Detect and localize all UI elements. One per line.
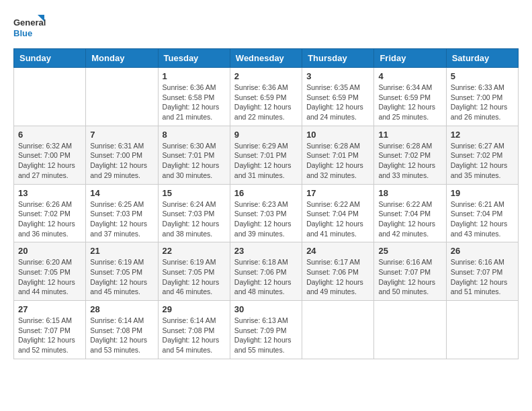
calendar-week-row: 6Sunrise: 6:32 AM Sunset: 7:00 PM Daylig…: [14, 126, 519, 184]
day-number: 19: [451, 188, 514, 198]
calendar-cell: 5Sunrise: 6:33 AM Sunset: 7:00 PM Daylig…: [446, 68, 518, 126]
day-number: 4: [378, 71, 441, 81]
day-number: 18: [378, 188, 441, 198]
weekday-header: Thursday: [302, 49, 374, 68]
day-number: 29: [163, 304, 226, 314]
calendar-week-row: 1Sunrise: 6:36 AM Sunset: 6:58 PM Daylig…: [14, 68, 519, 126]
day-info: Sunrise: 6:21 AM Sunset: 7:04 PM Dayligh…: [451, 199, 514, 239]
calendar-week-row: 13Sunrise: 6:26 AM Sunset: 7:02 PM Dayli…: [14, 184, 519, 242]
day-number: 3: [306, 71, 369, 81]
day-info: Sunrise: 6:22 AM Sunset: 7:04 PM Dayligh…: [378, 199, 441, 239]
day-info: Sunrise: 6:34 AM Sunset: 6:59 PM Dayligh…: [378, 83, 441, 122]
day-number: 28: [90, 304, 153, 314]
day-number: 11: [378, 130, 441, 140]
day-info: Sunrise: 6:20 AM Sunset: 7:05 PM Dayligh…: [18, 257, 81, 297]
day-info: Sunrise: 6:28 AM Sunset: 7:02 PM Dayligh…: [378, 141, 441, 181]
calendar-cell: 3Sunrise: 6:35 AM Sunset: 6:59 PM Daylig…: [302, 68, 374, 126]
calendar-cell: [302, 301, 374, 359]
calendar-cell: 11Sunrise: 6:28 AM Sunset: 7:02 PM Dayli…: [374, 126, 446, 184]
calendar-cell: 2Sunrise: 6:36 AM Sunset: 6:59 PM Daylig…: [230, 68, 302, 126]
calendar-cell: 21Sunrise: 6:19 AM Sunset: 7:05 PM Dayli…: [86, 242, 158, 301]
calendar-cell: 13Sunrise: 6:26 AM Sunset: 7:02 PM Dayli…: [14, 184, 86, 242]
weekday-header-row: SundayMondayTuesdayWednesdayThursdayFrid…: [14, 49, 519, 68]
day-number: 8: [163, 130, 226, 140]
day-info: Sunrise: 6:29 AM Sunset: 7:01 PM Dayligh…: [234, 141, 298, 181]
calendar-cell: 6Sunrise: 6:32 AM Sunset: 7:00 PM Daylig…: [14, 126, 86, 184]
day-info: Sunrise: 6:36 AM Sunset: 6:59 PM Dayligh…: [234, 83, 298, 122]
day-number: 5: [451, 71, 514, 81]
day-number: 2: [234, 71, 298, 81]
svg-text:Blue: Blue: [13, 28, 32, 38]
calendar-cell: 16Sunrise: 6:23 AM Sunset: 7:03 PM Dayli…: [230, 184, 302, 242]
day-info: Sunrise: 6:16 AM Sunset: 7:07 PM Dayligh…: [378, 257, 441, 297]
day-number: 7: [90, 130, 153, 140]
day-info: Sunrise: 6:15 AM Sunset: 7:07 PM Dayligh…: [18, 316, 81, 355]
calendar-cell: 18Sunrise: 6:22 AM Sunset: 7:04 PM Dayli…: [374, 184, 446, 242]
calendar-cell: 27Sunrise: 6:15 AM Sunset: 7:07 PM Dayli…: [14, 301, 86, 359]
calendar-cell: 25Sunrise: 6:16 AM Sunset: 7:07 PM Dayli…: [374, 242, 446, 301]
calendar-cell: [446, 301, 518, 359]
day-info: Sunrise: 6:14 AM Sunset: 7:08 PM Dayligh…: [90, 316, 153, 355]
day-info: Sunrise: 6:36 AM Sunset: 6:58 PM Dayligh…: [163, 83, 226, 122]
weekday-header: Tuesday: [158, 49, 230, 68]
day-info: Sunrise: 6:30 AM Sunset: 7:01 PM Dayligh…: [163, 141, 226, 181]
calendar-cell: 28Sunrise: 6:14 AM Sunset: 7:08 PM Dayli…: [86, 301, 158, 359]
day-number: 26: [451, 246, 514, 256]
calendar-week-row: 27Sunrise: 6:15 AM Sunset: 7:07 PM Dayli…: [14, 301, 519, 359]
day-info: Sunrise: 6:28 AM Sunset: 7:01 PM Dayligh…: [306, 141, 369, 181]
day-info: Sunrise: 6:24 AM Sunset: 7:03 PM Dayligh…: [163, 199, 226, 239]
day-number: 13: [18, 188, 81, 198]
calendar-cell: 29Sunrise: 6:14 AM Sunset: 7:08 PM Dayli…: [158, 301, 230, 359]
day-number: 6: [18, 130, 81, 140]
day-number: 20: [18, 246, 81, 256]
day-info: Sunrise: 6:31 AM Sunset: 7:00 PM Dayligh…: [90, 141, 153, 181]
day-info: Sunrise: 6:23 AM Sunset: 7:03 PM Dayligh…: [234, 199, 298, 239]
day-info: Sunrise: 6:19 AM Sunset: 7:05 PM Dayligh…: [163, 257, 226, 297]
calendar-cell: 12Sunrise: 6:27 AM Sunset: 7:02 PM Dayli…: [446, 126, 518, 184]
calendar-cell: 22Sunrise: 6:19 AM Sunset: 7:05 PM Dayli…: [158, 242, 230, 301]
calendar-cell: 10Sunrise: 6:28 AM Sunset: 7:01 PM Dayli…: [302, 126, 374, 184]
calendar-cell: 15Sunrise: 6:24 AM Sunset: 7:03 PM Dayli…: [158, 184, 230, 242]
calendar-cell: 20Sunrise: 6:20 AM Sunset: 7:05 PM Dayli…: [14, 242, 86, 301]
day-info: Sunrise: 6:25 AM Sunset: 7:03 PM Dayligh…: [90, 199, 153, 239]
calendar-cell: 8Sunrise: 6:30 AM Sunset: 7:01 PM Daylig…: [158, 126, 230, 184]
day-number: 25: [378, 246, 441, 256]
day-number: 27: [18, 304, 81, 314]
day-info: Sunrise: 6:22 AM Sunset: 7:04 PM Dayligh…: [306, 199, 369, 239]
day-info: Sunrise: 6:13 AM Sunset: 7:09 PM Dayligh…: [234, 316, 298, 355]
day-info: Sunrise: 6:14 AM Sunset: 7:08 PM Dayligh…: [163, 316, 226, 355]
calendar-cell: 14Sunrise: 6:25 AM Sunset: 7:03 PM Dayli…: [86, 184, 158, 242]
calendar-cell: 23Sunrise: 6:18 AM Sunset: 7:06 PM Dayli…: [230, 242, 302, 301]
svg-text:General: General: [13, 17, 46, 28]
logo: General Blue: [13, 13, 47, 42]
calendar-cell: [14, 68, 86, 126]
day-info: Sunrise: 6:33 AM Sunset: 7:00 PM Dayligh…: [451, 83, 514, 122]
page-header: General Blue: [13, 13, 519, 42]
day-number: 9: [234, 130, 298, 140]
weekday-header: Monday: [86, 49, 158, 68]
day-number: 22: [163, 246, 226, 256]
day-info: Sunrise: 6:19 AM Sunset: 7:05 PM Dayligh…: [90, 257, 153, 297]
day-number: 24: [306, 246, 369, 256]
calendar-cell: 30Sunrise: 6:13 AM Sunset: 7:09 PM Dayli…: [230, 301, 302, 359]
calendar-cell: 9Sunrise: 6:29 AM Sunset: 7:01 PM Daylig…: [230, 126, 302, 184]
day-info: Sunrise: 6:26 AM Sunset: 7:02 PM Dayligh…: [18, 199, 81, 239]
calendar-cell: 19Sunrise: 6:21 AM Sunset: 7:04 PM Dayli…: [446, 184, 518, 242]
calendar-cell: 26Sunrise: 6:16 AM Sunset: 7:07 PM Dayli…: [446, 242, 518, 301]
day-info: Sunrise: 6:27 AM Sunset: 7:02 PM Dayligh…: [451, 141, 514, 181]
day-number: 30: [234, 304, 298, 314]
calendar-table: SundayMondayTuesdayWednesdayThursdayFrid…: [13, 48, 519, 359]
day-number: 12: [451, 130, 514, 140]
day-number: 1: [163, 71, 226, 81]
calendar-cell: 1Sunrise: 6:36 AM Sunset: 6:58 PM Daylig…: [158, 68, 230, 126]
calendar-cell: 7Sunrise: 6:31 AM Sunset: 7:00 PM Daylig…: [86, 126, 158, 184]
day-number: 15: [163, 188, 226, 198]
day-number: 16: [234, 188, 298, 198]
day-info: Sunrise: 6:16 AM Sunset: 7:07 PM Dayligh…: [451, 257, 514, 297]
calendar-week-row: 20Sunrise: 6:20 AM Sunset: 7:05 PM Dayli…: [14, 242, 519, 301]
calendar-cell: 17Sunrise: 6:22 AM Sunset: 7:04 PM Dayli…: [302, 184, 374, 242]
day-number: 21: [90, 246, 153, 256]
day-number: 10: [306, 130, 369, 140]
day-number: 14: [90, 188, 153, 198]
calendar-cell: [374, 301, 446, 359]
